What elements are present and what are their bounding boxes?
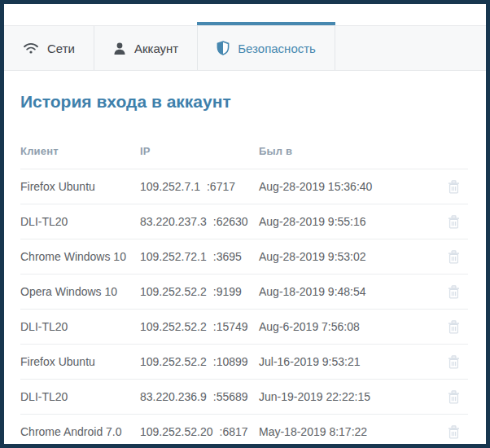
seen-cell: Aug-6-2019 7:56:08 bbox=[259, 320, 439, 333]
seen-cell: Jul-16-2019 9:53:21 bbox=[259, 355, 439, 368]
client-cell: Opera Windows 10 bbox=[20, 285, 140, 298]
trash-icon bbox=[448, 394, 460, 406]
table-row: DLI-TL20 83.220.237.3:62630 Aug-28-2019 … bbox=[20, 204, 468, 239]
column-header-ip: IP bbox=[140, 145, 259, 157]
row-actions bbox=[439, 283, 468, 301]
wifi-icon bbox=[23, 42, 39, 55]
delete-login-entry-button[interactable] bbox=[446, 389, 462, 406]
row-actions bbox=[439, 424, 468, 441]
row-actions bbox=[439, 354, 468, 371]
client-cell: DLI-TL20 bbox=[20, 390, 140, 403]
trash-icon bbox=[448, 324, 460, 336]
ip-port: :6717 bbox=[207, 180, 235, 193]
tab-account[interactable]: Аккаунт bbox=[94, 26, 198, 70]
table-row: Firefox Ubuntu 109.252.7.1:6717 Aug-28-2… bbox=[20, 169, 468, 204]
client-cell: DLI-TL20 bbox=[20, 320, 140, 333]
ip-port: :3695 bbox=[213, 250, 242, 263]
trash-icon bbox=[448, 254, 460, 266]
ip-address: 109.252.52.2 bbox=[140, 320, 207, 333]
seen-cell: Jun-19-2019 22:22:15 bbox=[259, 390, 439, 403]
ip-cell: 109.252.7.1:6717 bbox=[140, 180, 259, 193]
delete-login-entry-button[interactable] bbox=[446, 283, 462, 301]
trash-icon bbox=[448, 289, 460, 301]
ip-port: :10899 bbox=[213, 355, 248, 368]
user-icon bbox=[113, 42, 126, 55]
ip-cell: 109.252.52.2:15749 bbox=[140, 320, 259, 333]
trash-icon bbox=[448, 184, 460, 196]
table-row: Firefox Ubuntu 109.252.52.2:10899 Jul-16… bbox=[20, 345, 468, 380]
seen-cell: Aug-28-2019 9:53:02 bbox=[259, 250, 439, 263]
tab-bar: Сети Аккаунт Безопасность bbox=[4, 25, 486, 71]
seen-cell: May-18-2019 8:17:22 bbox=[259, 425, 439, 438]
settings-window: Сети Аккаунт Безопасность История входа … bbox=[0, 0, 490, 448]
table-row: Chrome Android 7.0 109.252.52.20:6817 Ma… bbox=[20, 415, 468, 444]
ip-port: :9199 bbox=[213, 285, 242, 298]
tab-networks[interactable]: Сети bbox=[4, 26, 94, 70]
client-cell: DLI-TL20 bbox=[20, 215, 140, 228]
seen-cell: Aug-18-2019 9:48:54 bbox=[259, 285, 439, 298]
delete-login-entry-button[interactable] bbox=[446, 248, 462, 266]
ip-port: :62630 bbox=[213, 215, 248, 228]
client-cell: Chrome Android 7.0 bbox=[20, 425, 140, 438]
table-row: DLI-TL20 83.220.236.9:55689 Jun-19-2019 … bbox=[20, 380, 468, 415]
seen-cell: Aug-28-2019 9:55:16 bbox=[259, 215, 439, 228]
delete-login-entry-button[interactable] bbox=[446, 178, 462, 195]
ip-cell: 109.252.52.2:9199 bbox=[140, 285, 259, 298]
delete-login-entry-button[interactable] bbox=[446, 318, 462, 336]
tab-label: Аккаунт bbox=[134, 42, 178, 55]
ip-cell: 109.252.52.2:10899 bbox=[140, 355, 259, 368]
ip-address: 109.252.72.1 bbox=[140, 250, 207, 263]
ip-address: 109.252.52.2 bbox=[140, 355, 207, 368]
ip-address: 109.252.52.2 bbox=[140, 285, 207, 298]
security-panel: История входа в аккаунт Клиент IP Был в … bbox=[4, 71, 486, 444]
trash-icon bbox=[448, 219, 460, 231]
trash-icon bbox=[448, 359, 460, 371]
ip-cell: 83.220.237.3:62630 bbox=[140, 215, 259, 228]
seen-cell: Aug-28-2019 15:36:40 bbox=[259, 180, 439, 193]
ip-port: :6817 bbox=[220, 425, 248, 438]
row-actions bbox=[439, 248, 468, 266]
delete-login-entry-button[interactable] bbox=[446, 424, 462, 441]
ip-port: :55689 bbox=[213, 390, 248, 403]
table-row: DLI-TL20 109.252.52.2:15749 Aug-6-2019 7… bbox=[20, 310, 468, 345]
ip-address: 83.220.237.3 bbox=[140, 215, 207, 228]
shield-icon bbox=[217, 41, 230, 55]
ip-port: :15749 bbox=[213, 320, 248, 333]
trash-icon bbox=[448, 429, 460, 441]
page-title: История входа в аккаунт bbox=[20, 91, 468, 112]
row-actions bbox=[439, 178, 468, 195]
table-row: Opera Windows 10 109.252.52.2:9199 Aug-1… bbox=[20, 275, 468, 310]
tab-label: Сети bbox=[47, 42, 75, 55]
column-header-client: Клиент bbox=[20, 145, 140, 157]
ip-cell: 109.252.52.20:6817 bbox=[140, 425, 259, 438]
table-row: Chrome Windows 10 109.252.72.1:3695 Aug-… bbox=[20, 239, 468, 275]
ip-cell: 83.220.236.9:55689 bbox=[140, 390, 259, 403]
tab-label: Безопасность bbox=[238, 42, 316, 55]
row-actions bbox=[439, 389, 468, 406]
client-cell: Firefox Ubuntu bbox=[20, 355, 140, 368]
ip-address: 83.220.236.9 bbox=[140, 390, 207, 403]
ip-cell: 109.252.72.1:3695 bbox=[140, 250, 259, 263]
ip-address: 109.252.7.1 bbox=[140, 180, 200, 193]
ip-address: 109.252.52.20 bbox=[140, 425, 213, 438]
client-cell: Firefox Ubuntu bbox=[20, 180, 140, 193]
column-header-seen: Был в bbox=[259, 145, 439, 157]
delete-login-entry-button[interactable] bbox=[446, 354, 462, 371]
login-history-body: Firefox Ubuntu 109.252.7.1:6717 Aug-28-2… bbox=[20, 169, 468, 444]
delete-login-entry-button[interactable] bbox=[446, 213, 462, 231]
login-history-header: Клиент IP Был в bbox=[20, 145, 468, 169]
client-cell: Chrome Windows 10 bbox=[20, 250, 140, 263]
tab-security[interactable]: Безопасность bbox=[198, 26, 335, 70]
row-actions bbox=[439, 318, 468, 336]
row-actions bbox=[439, 213, 468, 231]
